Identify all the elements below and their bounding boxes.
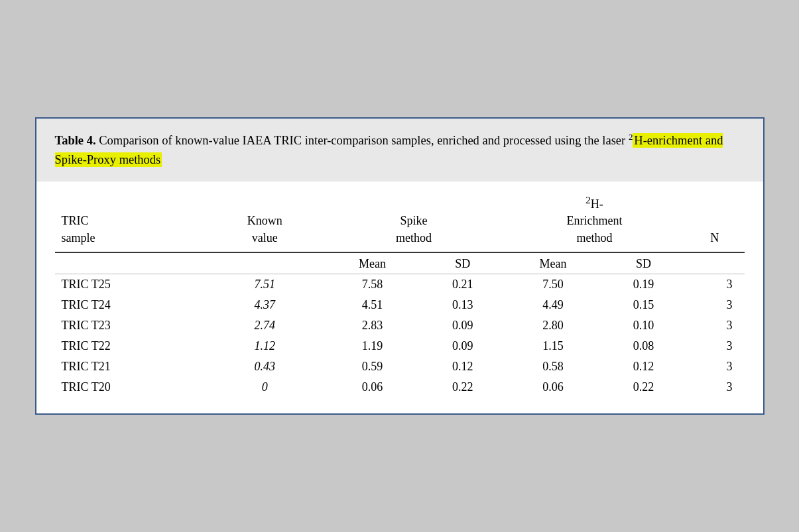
cell-enrich-mean: 7.50 — [504, 274, 602, 295]
subheader-spike-sd: SD — [421, 252, 504, 274]
cell-enrich-sd: 0.12 — [602, 356, 685, 377]
cell-sample: TRIC T21 — [55, 356, 206, 377]
data-table: TRICsample Knownvalue Spikemethod 2H-Enr… — [55, 188, 745, 398]
cell-enrich-mean: 4.49 — [504, 295, 602, 315]
cell-enrich-mean: 0.58 — [504, 356, 602, 377]
cell-spike-mean: 4.51 — [324, 295, 422, 315]
cell-enrich-sd: 0.08 — [602, 336, 685, 356]
cell-enrich-mean: 2.80 — [504, 315, 602, 336]
cell-spike-sd: 0.09 — [421, 336, 504, 356]
cell-spike-sd: 0.09 — [421, 315, 504, 336]
subheader-known — [206, 252, 324, 274]
table-row: TRIC T25 7.51 7.58 0.21 7.50 0.19 3 — [55, 274, 745, 295]
subheader-enrich-mean: Mean — [504, 252, 602, 274]
cell-enrich-sd: 0.10 — [602, 315, 685, 336]
subheader-n — [685, 252, 745, 274]
caption-text: Table 4. Comparison of known-value IAEA … — [55, 134, 723, 166]
cell-enrich-sd: 0.19 — [602, 274, 685, 295]
cell-sample: TRIC T23 — [55, 315, 206, 336]
cell-known: 7.51 — [206, 274, 324, 295]
cell-enrich-sd: 0.22 — [602, 377, 685, 398]
table-row: TRIC T20 0 0.06 0.22 0.06 0.22 3 — [55, 377, 745, 398]
cell-spike-sd: 0.12 — [421, 356, 504, 377]
cell-known: 0 — [206, 377, 324, 398]
cell-sample: TRIC T24 — [55, 295, 206, 315]
cell-spike-sd: 0.13 — [421, 295, 504, 315]
header-row: TRICsample Knownvalue Spikemethod 2H-Enr… — [55, 188, 745, 252]
cell-enrich-sd: 0.15 — [602, 295, 685, 315]
cell-n: 3 — [685, 315, 745, 336]
cell-spike-mean: 0.59 — [324, 356, 422, 377]
cell-spike-mean: 0.06 — [324, 377, 422, 398]
col-header-tric: TRICsample — [55, 188, 206, 252]
cell-spike-mean: 7.58 — [324, 274, 422, 295]
col-header-n: N — [685, 188, 745, 252]
cell-enrich-mean: 1.15 — [504, 336, 602, 356]
caption-area: Table 4. Comparison of known-value IAEA … — [36, 119, 763, 182]
cell-sample: TRIC T25 — [55, 274, 206, 295]
cell-n: 3 — [685, 356, 745, 377]
cell-n: 3 — [685, 336, 745, 356]
table-label: Table 4. — [55, 134, 96, 147]
table-area: TRICsample Knownvalue Spikemethod 2H-Enr… — [36, 182, 763, 413]
cell-known: 2.74 — [206, 315, 324, 336]
col-header-spike: Spikemethod — [324, 188, 505, 252]
page-container: Table 4. Comparison of known-value IAEA … — [0, 0, 799, 532]
table-row: TRIC T23 2.74 2.83 0.09 2.80 0.10 3 — [55, 315, 745, 336]
cell-sample: TRIC T22 — [55, 336, 206, 356]
cell-known: 1.12 — [206, 336, 324, 356]
subheader-spike-mean: Mean — [324, 252, 422, 274]
cell-known: 4.37 — [206, 295, 324, 315]
subheader-enrich-sd: SD — [602, 252, 685, 274]
cell-spike-sd: 0.21 — [421, 274, 504, 295]
subheader-row: Mean SD Mean SD — [55, 252, 745, 274]
cell-spike-mean: 1.19 — [324, 336, 422, 356]
col-header-known: Knownvalue — [206, 188, 324, 252]
table-body: TRIC T25 7.51 7.58 0.21 7.50 0.19 3 TRIC… — [55, 274, 745, 398]
cell-spike-sd: 0.22 — [421, 377, 504, 398]
table-row: TRIC T24 4.37 4.51 0.13 4.49 0.15 3 — [55, 295, 745, 315]
cell-n: 3 — [685, 377, 745, 398]
subheader-tric — [55, 252, 206, 274]
table-card: Table 4. Comparison of known-value IAEA … — [35, 117, 765, 415]
cell-known: 0.43 — [206, 356, 324, 377]
caption-text-part1: Comparison of known-value IAEA TRIC inte… — [99, 134, 629, 147]
table-row: TRIC T21 0.43 0.59 0.12 0.58 0.12 3 — [55, 356, 745, 377]
cell-spike-mean: 2.83 — [324, 315, 422, 336]
cell-n: 3 — [685, 274, 745, 295]
cell-sample: TRIC T20 — [55, 377, 206, 398]
cell-enrich-mean: 0.06 — [504, 377, 602, 398]
cell-n: 3 — [685, 295, 745, 315]
table-row: TRIC T22 1.12 1.19 0.09 1.15 0.08 3 — [55, 336, 745, 356]
col-header-enrichment: 2H-Enrichmentmethod — [504, 188, 685, 252]
